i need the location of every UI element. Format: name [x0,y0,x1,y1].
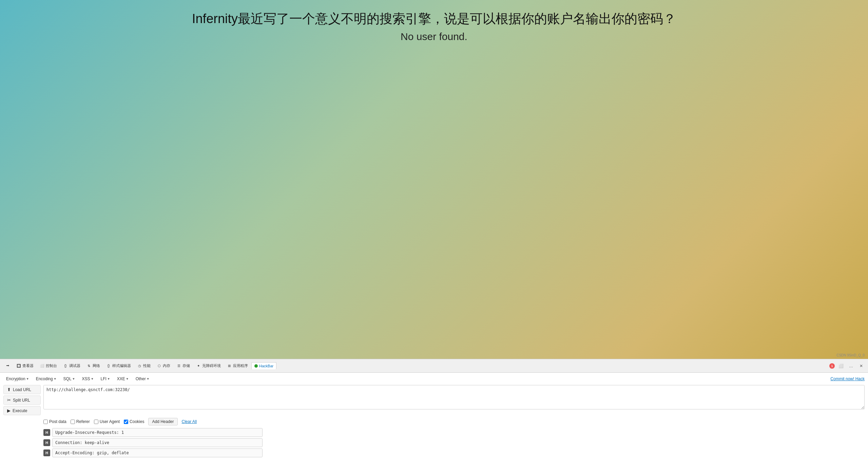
devtools-more-button[interactable]: … [847,362,855,370]
header-badge-1: H [43,439,50,446]
hackbar-sidebar: ⬆ Load URL ✂ Split URL ▶ Execute [3,385,41,415]
header-row-2: H [43,448,865,457]
devtools-tab-performance[interactable]: ◷ 性能 [134,362,153,370]
header-badge-0: H [43,429,50,436]
hackbar-dot-icon [254,364,258,368]
url-input[interactable] [43,385,865,409]
network-icon: ⇅ [86,364,91,368]
referer-checkbox[interactable] [71,420,75,424]
menu-encoding[interactable]: Encoding ▼ [33,375,59,382]
clear-all-button[interactable]: Clear All [182,419,197,424]
browser-page: Infernity最近写了一个意义不明的搜索引擎，说是可以根据你的账户名输出你的… [0,0,868,460]
storage-label: 存储 [182,363,190,368]
debugger-icon: {} [63,364,68,368]
header-row-0: H [43,428,865,437]
devtools-tab-style-editor[interactable]: {} 样式编辑器 [103,362,134,370]
header-row-1: H [43,438,865,447]
apps-label: 应用程序 [233,363,248,368]
devtools-tab-network[interactable]: ⇅ 网络 [84,362,103,370]
pointer-icon: ⮕ [5,364,10,368]
split-url-icon: ✂ [7,398,11,403]
console-icon: ⬜ [40,364,44,368]
devtools-close-button[interactable]: ✕ [857,362,865,370]
execute-button[interactable]: ▶ Execute [3,406,41,415]
devtools-dock-button[interactable]: ⬜ [837,362,845,370]
hackbar-label: HackBar [259,364,273,368]
devtools-tab-pointer[interactable]: ⮕ [3,362,13,370]
network-label: 网络 [93,363,100,368]
devtools-tab-storage[interactable]: ☰ 存储 [174,362,193,370]
style-editor-icon: {} [106,364,111,368]
devtools-bar: ⮕ 🔲 查看器 ⬜ 控制台 {} 调试器 ⇅ 网络 {} 样式编辑器 ◷ 性能 … [0,359,868,372]
error-badge: 1 [829,363,835,369]
other-arrow-icon: ▼ [147,377,150,381]
devtools-tab-memory[interactable]: ⬡ 内存 [154,362,173,370]
page-subtitle: No user found. [401,31,467,42]
encoding-arrow-icon: ▼ [54,377,57,381]
referer-checkbox-label[interactable]: Referer [71,419,90,424]
xxe-arrow-icon: ▼ [126,377,129,381]
user-agent-checkbox-label[interactable]: User Agent [94,419,120,424]
devtools-tab-console[interactable]: ⬜ 控制台 [37,362,60,370]
memory-icon: ⬡ [157,364,161,368]
header-input-2[interactable] [52,448,263,457]
apps-icon: ⊞ [227,364,232,368]
devtools-tab-hackbar[interactable]: HackBar [251,362,276,369]
cookies-checkbox-label[interactable]: Cookies [124,419,144,424]
menu-other[interactable]: Other ▼ [133,375,152,382]
inspector-label: 查看器 [22,363,34,368]
execute-icon: ▶ [7,408,11,413]
split-url-button[interactable]: ✂ Split URL [3,395,41,405]
devtools-tab-inspector[interactable]: 🔲 查看器 [14,362,36,370]
hackbar-url-area [43,385,865,415]
devtools-right-controls: 1 ⬜ … ✕ [829,362,865,370]
xss-arrow-icon: ▼ [91,377,94,381]
console-label: 控制台 [46,363,57,368]
load-url-icon: ⬆ [7,387,11,392]
cookies-checkbox[interactable] [124,420,128,424]
devtools-tab-accessibility[interactable]: ✦ 无障碍环境 [193,362,224,370]
sql-arrow-icon: ▼ [72,377,75,381]
page-title: Infernity最近写了一个意义不明的搜索引擎，说是可以根据你的账户名输出你的… [192,10,676,27]
encryption-arrow-icon: ▼ [26,377,29,381]
menu-lfi[interactable]: LFI ▼ [98,375,113,382]
style-editor-label: 样式编辑器 [112,363,131,368]
menu-xxe[interactable]: XXE ▼ [114,375,132,382]
user-agent-checkbox[interactable] [94,420,98,424]
debugger-label: 调试器 [69,363,80,368]
lfi-arrow-icon: ▼ [107,377,110,381]
hackbar-panel: Encryption ▼ Encoding ▼ SQL ▼ XSS ▼ LFI … [0,372,868,460]
menu-xss[interactable]: XSS ▼ [79,375,97,382]
main-content: Infernity最近写了一个意义不明的搜索引擎，说是可以根据你的账户名输出你的… [0,0,868,359]
add-header-button[interactable]: Add Header [148,418,177,425]
commit-now-link[interactable]: Commit now! Hack [830,376,865,381]
header-input-1[interactable] [52,438,263,447]
csdn-watermark: CSDN 9SinD_Q_0 [836,353,865,357]
inspector-icon: 🔲 [16,364,21,368]
hackbar-body: ⬆ Load URL ✂ Split URL ▶ Execute [3,385,865,415]
load-url-button[interactable]: ⬆ Load URL [3,385,41,394]
hackbar-options: Post data Referer User Agent Cookies Add… [3,418,865,425]
performance-label: 性能 [143,363,151,368]
storage-icon: ☰ [176,364,181,368]
devtools-tab-apps[interactable]: ⊞ 应用程序 [224,362,251,370]
post-data-checkbox-label[interactable]: Post data [43,419,66,424]
devtools-tab-debugger[interactable]: {} 调试器 [60,362,83,370]
memory-label: 内存 [163,363,170,368]
header-badge-2: H [43,449,50,456]
performance-icon: ◷ [137,364,142,368]
accessibility-label: 无障碍环境 [202,363,221,368]
hackbar-headers: H H H [3,428,865,457]
menu-sql[interactable]: SQL ▼ [61,375,78,382]
accessibility-icon: ✦ [196,364,201,368]
hackbar-menu: Encryption ▼ Encoding ▼ SQL ▼ XSS ▼ LFI … [3,375,865,382]
menu-encryption[interactable]: Encryption ▼ [3,375,32,382]
header-input-0[interactable] [52,428,263,437]
post-data-checkbox[interactable] [43,420,48,424]
